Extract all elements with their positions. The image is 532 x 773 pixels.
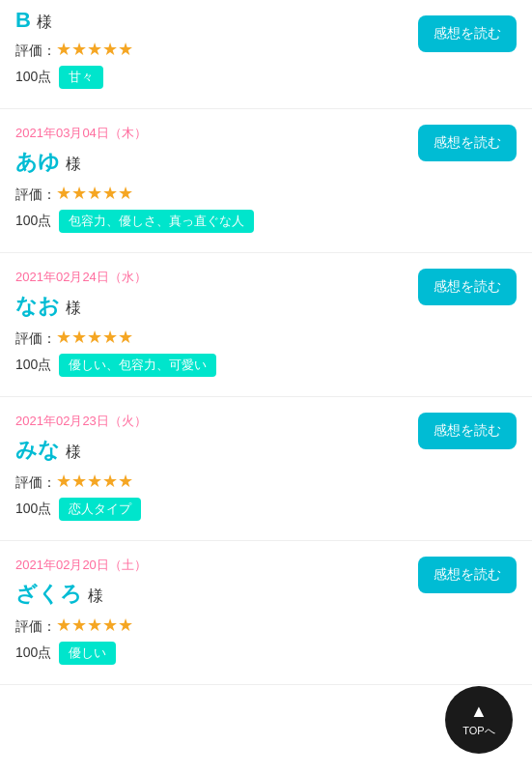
tag: 優しい、包容力、可愛い (59, 354, 216, 377)
score: 100点 (15, 644, 51, 662)
stars: ★★★★★ (56, 328, 133, 347)
score: 100点 (15, 213, 51, 230)
top-button-label: TOPへ (462, 724, 494, 738)
review-item: 2021年03月04日（木） 感想を読む あゆ 様 評価：★★★★★ 100点 … (0, 109, 532, 253)
rating-line: 評価：★★★★★ (15, 471, 517, 492)
stars: ★★★★★ (56, 472, 133, 491)
score: 100点 (15, 357, 51, 374)
tag: 包容力、優しさ、真っ直ぐな人 (59, 210, 254, 233)
score-line: 100点 優しい (15, 642, 517, 665)
review-item: 2021年02月24日（水） 感想を読む なお 様 評価：★★★★★ 100点 … (0, 253, 532, 397)
tag: 優しい (59, 642, 116, 665)
read-review-button[interactable]: 感想を読む (418, 413, 517, 449)
rating-line: 評価：★★★★★ (15, 183, 517, 204)
score-line: 100点 包容力、優しさ、真っ直ぐな人 (15, 210, 517, 233)
stars: ★★★★★ (56, 616, 133, 635)
review-item: 2021年02月20日（土） 感想を読む ざくろ 様 評価：★★★★★ 100点… (0, 541, 532, 685)
stars: ★★★★★ (56, 40, 133, 59)
score: 100点 (15, 69, 51, 86)
review-item: 2021年02月23日（火） 感想を読む みな 様 評価：★★★★★ 100点 … (0, 397, 532, 541)
review-item: 感想を読む B 様 評価：★★★★★ 100点 甘々 (0, 0, 532, 109)
sama-label: 様 (66, 156, 81, 172)
read-review-button[interactable]: 感想を読む (418, 269, 517, 305)
score-line: 100点 恋人タイプ (15, 498, 517, 521)
read-review-button[interactable]: 感想を読む (418, 15, 517, 52)
score: 100点 (15, 501, 51, 518)
rating-line: 評価：★★★★★ (15, 615, 517, 636)
top-button[interactable]: ▲ TOPへ (445, 686, 513, 754)
read-review-button[interactable]: 感想を読む (418, 125, 517, 161)
score-line: 100点 甘々 (15, 66, 517, 89)
stars: ★★★★★ (56, 184, 133, 203)
read-review-button[interactable]: 感想を読む (418, 557, 517, 593)
sama-label: 様 (37, 14, 52, 30)
tag: 恋人タイプ (59, 498, 141, 521)
rating-line: 評価：★★★★★ (15, 327, 517, 348)
tag: 甘々 (59, 66, 103, 89)
sama-label: 様 (66, 300, 81, 316)
sama-label: 様 (88, 587, 103, 604)
top-button-arrow: ▲ (470, 701, 488, 722)
sama-label: 様 (66, 444, 81, 460)
score-line: 100点 優しい、包容力、可愛い (15, 354, 517, 377)
